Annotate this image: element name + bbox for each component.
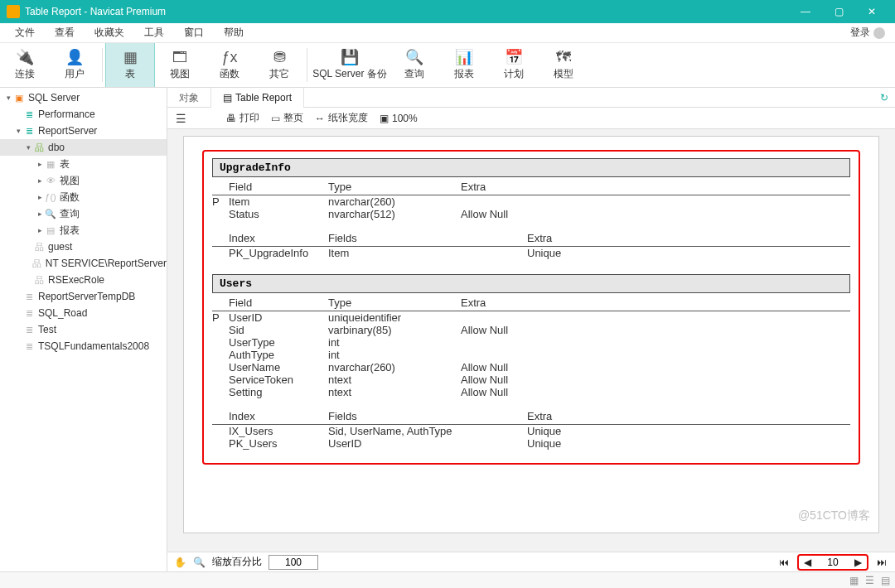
tree-ntservice[interactable]: 品NT SERVICE\ReportServer [0, 255, 167, 272]
tab-tablereport[interactable]: ▤Table Report [211, 88, 304, 108]
report-viewport[interactable]: UpgradeInfoFieldTypeExtraPItemnvarchar(2… [167, 129, 895, 552]
tree-rsexec[interactable]: 品RSExecRole [0, 272, 167, 288]
sidebar-tree[interactable]: ▾▣SQL Server ≣Performance ▾≣ReportServer… [0, 88, 167, 571]
tree-performance[interactable]: ≣Performance [0, 106, 167, 123]
window-title: Table Report - Navicat Premium [25, 6, 789, 17]
list-view-icon[interactable]: ☰ [865, 575, 874, 586]
query-button[interactable]: 🔍查询 [389, 43, 439, 87]
tree-query[interactable]: ▸🔍查询 [0, 205, 167, 222]
report-button[interactable]: 📊报表 [439, 43, 489, 87]
db-icon: ≣ [23, 307, 35, 319]
fx-icon: ƒx [220, 49, 239, 65]
zoom-input[interactable] [268, 555, 318, 570]
other-button[interactable]: ⛃其它 [254, 43, 304, 87]
title-bar: Table Report - Navicat Premium — ▢ ✕ [0, 0, 895, 23]
minimize-button[interactable]: — [789, 0, 822, 23]
report-icon: 📊 [455, 49, 473, 65]
app-icon [7, 5, 20, 18]
function-button[interactable]: ƒx函数 [205, 43, 254, 87]
view-button[interactable]: 🗔视图 [155, 43, 205, 87]
menu-favorites[interactable]: 收藏夹 [85, 26, 134, 40]
model-button[interactable]: 🗺模型 [539, 43, 588, 87]
menu-help[interactable]: 帮助 [214, 26, 254, 40]
page-nav: ◀ 10 ▶ [797, 554, 868, 571]
tree-reportservertemp[interactable]: ≣ReportServerTempDB [0, 288, 167, 305]
section-title: Users [212, 274, 850, 293]
tree-guest[interactable]: 品guest [0, 239, 167, 255]
report-page: UpgradeInfoFieldTypeExtraPItemnvarchar(2… [183, 136, 879, 533]
field-row: UserTypeint [212, 336, 850, 349]
schema-icon: 品 [33, 142, 45, 153]
main-toolbar: 🔌连接 👤用户 ▦表 🗔视图 ƒx函数 ⛃其它 💾SQL Server 备份 🔍… [0, 43, 895, 88]
server-icon: ▣ [13, 92, 25, 104]
tree-sqlserver[interactable]: ▾▣SQL Server [0, 89, 167, 106]
other-icon: ⛃ [270, 49, 288, 65]
menu-window[interactable]: 窗口 [174, 26, 214, 40]
zoom-bar: ✋ 🔍 缩放百分比 ⏮ ◀ 10 ▶ ⏭ [167, 552, 895, 571]
tree-test[interactable]: ≣Test [0, 321, 167, 338]
field-row: Statusnvarchar(512)Allow Null [212, 208, 850, 220]
zoom100-button[interactable]: ▣ 100% [380, 113, 418, 124]
menu-view[interactable]: 查看 [45, 26, 85, 40]
tree-sqlroad[interactable]: ≣SQL_Road [0, 305, 167, 321]
user-button[interactable]: 👤用户 [50, 43, 99, 87]
tree-reportserver[interactable]: ▾≣ReportServer [0, 123, 167, 139]
schedule-button[interactable]: 📅计划 [489, 43, 539, 87]
next-page-button[interactable]: ▶ [853, 557, 864, 568]
pan-icon[interactable]: ✋ [174, 557, 186, 568]
fields-header: FieldTypeExtra [212, 177, 850, 195]
sqlserver-backup-button[interactable]: 💾SQL Server 备份 [310, 43, 389, 87]
report-icon: ▤ [223, 88, 232, 108]
login-label: 登录 [850, 26, 870, 40]
table-button[interactable]: ▦表 [105, 43, 155, 87]
model-icon: 🗺 [554, 49, 573, 65]
zoom-icon[interactable]: 🔍 [193, 557, 206, 568]
zoom-label: 缩放百分比 [212, 555, 262, 569]
tab-objects[interactable]: 对象 [167, 88, 211, 108]
backup-icon: 💾 [341, 49, 359, 65]
db-icon: ≣ [23, 340, 35, 352]
tree-dbo[interactable]: ▾品dbo [0, 139, 167, 156]
field-row: Sidvarbinary(85)Allow Null [212, 324, 850, 336]
tab-strip: 对象 ▤Table Report ↻ [167, 88, 895, 108]
query-icon: 🔍 [45, 208, 56, 219]
first-page-button[interactable]: ⏮ [777, 557, 791, 568]
menu-icon[interactable]: ☰ [176, 112, 186, 125]
close-button[interactable]: ✕ [855, 0, 888, 23]
schema-icon: 品 [33, 274, 45, 286]
menu-file[interactable]: 文件 [5, 26, 45, 40]
report-icon: ▤ [45, 224, 56, 236]
tree-tsqlfund[interactable]: ≣TSQLFundamentals2008 [0, 338, 167, 354]
page-number: 10 [816, 557, 849, 568]
prev-page-button[interactable]: ◀ [802, 557, 813, 568]
maximize-button[interactable]: ▢ [822, 0, 855, 23]
last-page-button[interactable]: ⏭ [875, 557, 888, 568]
index-header: IndexFieldsExtra [212, 229, 850, 247]
tree-function[interactable]: ▸ƒ()函数 [0, 189, 167, 205]
index-row: PK_UsersUserIDUnique [212, 437, 850, 450]
fx-icon: ƒ() [45, 191, 56, 203]
table-icon: ▦ [45, 158, 56, 170]
tree-view[interactable]: ▸👁视图 [0, 172, 167, 189]
db-icon: ≣ [23, 324, 35, 335]
field-row: PUserIDuniqueidentifier [212, 311, 850, 324]
detail-view-icon[interactable]: ▤ [881, 575, 890, 586]
print-button[interactable]: 🖶 打印 [226, 111, 259, 125]
watermark: @51CTO博客 [798, 508, 870, 523]
grid-view-icon[interactable]: ▦ [849, 575, 859, 586]
fullpage-button[interactable]: ▭ 整页 [271, 111, 303, 125]
login-link[interactable]: 登录 [850, 26, 890, 40]
index-header: IndexFieldsExtra [212, 407, 850, 425]
avatar-icon [873, 27, 885, 39]
schema-icon: 品 [33, 241, 45, 253]
menu-tools[interactable]: 工具 [134, 26, 174, 40]
tree-table[interactable]: ▸▦表 [0, 156, 167, 172]
tree-report[interactable]: ▸▤报表 [0, 222, 167, 239]
refresh-icon[interactable]: ↻ [873, 92, 895, 104]
view-icon: 👁 [45, 175, 56, 186]
db-icon: ≣ [23, 108, 35, 120]
pagewidth-button[interactable]: ↔ 纸张宽度 [315, 111, 368, 125]
status-bar: ▦ ☰ ▤ [0, 571, 895, 588]
connection-button[interactable]: 🔌连接 [0, 43, 50, 87]
menu-bar: 文件 查看 收藏夹 工具 窗口 帮助 登录 [0, 23, 895, 43]
